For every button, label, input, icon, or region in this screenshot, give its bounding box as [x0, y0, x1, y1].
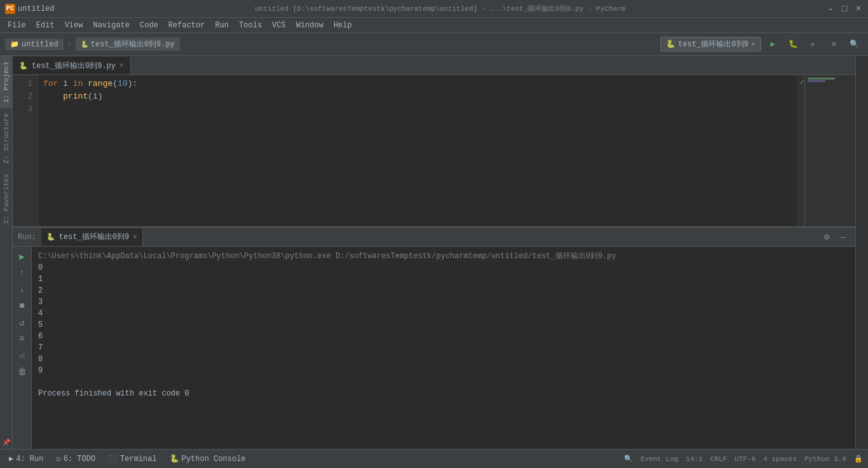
code-content[interactable]: for i in range(10): print(i) [38, 75, 797, 226]
code-editor[interactable]: 1 2 3 for i in range(10): print(i) ✓ [13, 75, 855, 226]
todo-label: 6: TODO [64, 455, 95, 464]
coverage-button[interactable]: ▶ [804, 36, 822, 53]
menu-run[interactable]: Run [210, 18, 234, 33]
run-stop-button[interactable]: ■ [15, 299, 29, 313]
todo-bottom-tab[interactable]: ☑ 6: TODO [52, 453, 99, 465]
run-tab-py-icon: 🐍 [46, 233, 55, 241]
python-console-icon: 🐍 [170, 454, 179, 464]
line-num-2: 2 [13, 90, 32, 103]
run-button[interactable]: ▶ [764, 36, 782, 53]
run-filter-button[interactable]: ≡ [15, 332, 29, 346]
run-output-8: 8 [38, 354, 849, 365]
run-output-7: 7 [38, 342, 849, 354]
project-toolbar-tab[interactable]: 📁 untitled [5, 39, 64, 50]
minimap [804, 75, 855, 226]
minimize-button[interactable]: – [826, 4, 835, 13]
run-bottom-icon: ▶ [9, 454, 13, 464]
structure-panel-tab[interactable]: Z: Structure [0, 108, 13, 169]
indent-setting[interactable]: 4 spaces [763, 455, 797, 463]
run-config-icon: 🐍 [666, 39, 675, 49]
file-tabs: 🐍 test_循环输出0到9.py × [13, 56, 855, 75]
menu-navigate[interactable]: Navigate [88, 18, 135, 33]
run-tab[interactable]: 🐍 test_循环输出0到9 × [41, 228, 143, 246]
file-tab-close[interactable]: × [119, 62, 124, 69]
event-log-label[interactable]: Event Log [641, 455, 678, 463]
python-version[interactable]: Python 3.8 [804, 455, 846, 463]
run-output: C:\Users\think\AppData\Local\Programs\Py… [32, 247, 855, 449]
line-num-3: 3 [13, 103, 32, 116]
run-output-9: 9 [38, 365, 849, 376]
run-scroll-up-button[interactable]: ↑ [15, 266, 29, 280]
run-wrap-button[interactable]: ⏎ [15, 348, 29, 362]
minimap-line-2 [808, 80, 825, 82]
run-label: Run: [18, 233, 36, 242]
run-output-2: 2 [38, 285, 849, 296]
editor-container: 🐍 test_循环输出0到9.py × 1 2 3 for i in range… [13, 56, 855, 449]
pin-icon: 📌 [3, 439, 10, 446]
menu-view[interactable]: View [60, 18, 88, 33]
left-panel-tabs: 1: Project Z: Structure 2: Favorites 📌 [0, 56, 13, 449]
line-separator[interactable]: CRLF [710, 455, 727, 463]
run-rerun-button[interactable]: ↺ [15, 315, 29, 329]
run-config-dropdown-icon: ▾ [751, 39, 756, 49]
menu-tools[interactable]: Tools [234, 18, 267, 33]
menu-bar: File Edit View Navigate Code Refactor Ru… [0, 18, 868, 33]
todo-icon: ☑ [56, 454, 60, 464]
file-toolbar-tab[interactable]: 🐍 test_循环输出0到9.py [76, 38, 180, 51]
run-bottom-tab[interactable]: ▶ 4: Run [5, 453, 47, 465]
app-logo: PC [5, 4, 15, 14]
file-encoding[interactable]: UTF-8 [735, 455, 756, 463]
menu-window[interactable]: Window [291, 18, 329, 33]
toolbar: 📁 untitled › 🐍 test_循环输出0到9.py 🐍 test_循环… [0, 33, 868, 56]
right-sidebar [855, 56, 868, 449]
debug-button[interactable]: 🐛 [784, 36, 802, 53]
pin-button[interactable]: 📌 [0, 436, 13, 449]
run-output-0: 0 [38, 262, 849, 273]
run-output-3: 3 [38, 296, 849, 308]
main-area: 1: Project Z: Structure 2: Favorites 📌 🐍… [0, 56, 868, 449]
bottom-status: 🔍 Event Log 14:1 CRLF UTF-8 4 spaces Pyt… [624, 455, 863, 463]
minimap-line-1 [808, 78, 835, 79]
code-line-2: print(i) [43, 90, 792, 103]
code-check-mark: ✓ [800, 78, 804, 87]
stop-button[interactable]: ■ [825, 36, 843, 53]
title-bar-left: PC untitled [5, 4, 55, 14]
python-console-bottom-tab[interactable]: 🐍 Python Console [166, 453, 250, 465]
close-button[interactable]: × [854, 4, 863, 13]
terminal-label: Terminal [120, 455, 157, 464]
code-line-3 [43, 103, 792, 116]
menu-code[interactable]: Code [135, 18, 163, 33]
window-controls: – □ × [826, 4, 863, 13]
editor-right-gutter: ✓ [797, 75, 804, 226]
menu-refactor[interactable]: Refactor [163, 18, 210, 33]
run-config-selector[interactable]: 🐍 test_循环输出0到9 ▾ [660, 37, 761, 52]
menu-vcs[interactable]: VCS [267, 18, 291, 33]
run-output-6: 6 [38, 331, 849, 342]
terminal-bottom-tab[interactable]: ⬛ Terminal [104, 453, 161, 465]
run-settings-button[interactable]: ⚙ [820, 230, 834, 244]
search-button[interactable]: 🔍 [845, 36, 863, 53]
maximize-button[interactable]: □ [840, 4, 849, 13]
run-tab-close[interactable]: × [133, 233, 137, 241]
favorites-panel-tab[interactable]: 2: Favorites [0, 169, 13, 229]
file-tab-py-icon: 🐍 [19, 62, 28, 70]
run-panel-header: Run: 🐍 test_循环输出0到9 × ⚙ — [13, 228, 855, 247]
run-blank-line [38, 376, 849, 388]
run-output-1: 1 [38, 273, 849, 285]
run-scroll-down-button[interactable]: ↓ [15, 282, 29, 296]
run-play-button[interactable]: ▶ [15, 249, 29, 263]
file-tab-active[interactable]: 🐍 test_循环输出0到9.py × [13, 57, 131, 74]
project-tab-label: untitled [22, 40, 58, 49]
menu-file[interactable]: File [3, 18, 31, 33]
menu-help[interactable]: Help [329, 18, 357, 33]
python-console-label: Python Console [182, 455, 246, 464]
code-line-1: for i in range(10): [43, 78, 792, 90]
menu-edit[interactable]: Edit [31, 18, 60, 33]
run-minimize-button[interactable]: — [836, 230, 850, 244]
project-name: untitled [18, 4, 55, 13]
project-panel-tab[interactable]: 1: Project [0, 56, 13, 108]
run-clear-button[interactable]: 🗑 [15, 365, 29, 379]
run-finish-message: Process finished with exit code 0 [38, 388, 849, 399]
run-tab-label: test_循环输出0到9 [59, 231, 129, 242]
cursor-position: 14:1 [686, 455, 702, 463]
